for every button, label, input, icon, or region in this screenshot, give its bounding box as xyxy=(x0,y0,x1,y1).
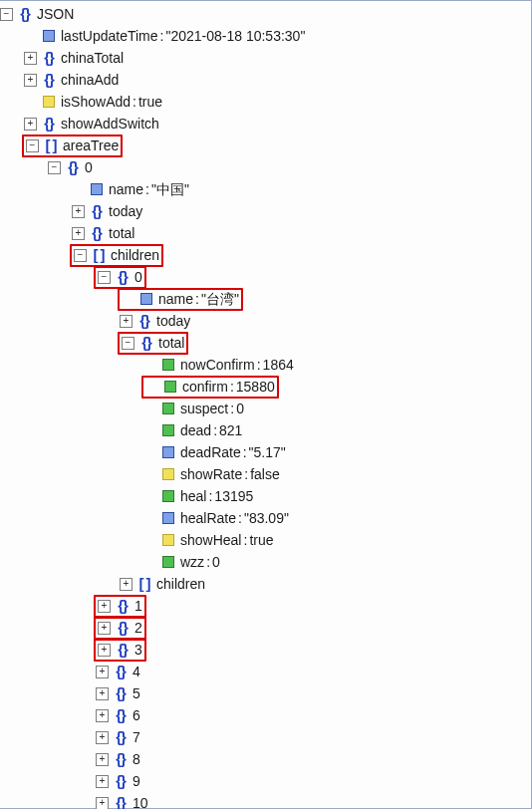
node-dead[interactable]: − dead : 821 xyxy=(0,419,531,441)
node-label: total xyxy=(109,222,134,244)
value-icon xyxy=(41,30,57,42)
minus-icon[interactable]: − xyxy=(122,337,134,350)
plus-icon[interactable]: + xyxy=(98,644,111,657)
node-children-nested[interactable]: + [ ] children xyxy=(0,573,531,595)
value-icon xyxy=(160,359,176,371)
node-wzz[interactable]: − wzz : 0 xyxy=(0,551,531,573)
plus-icon[interactable]: + xyxy=(96,775,109,788)
node-areatree-0[interactable]: − {} 0 xyxy=(0,156,531,178)
node-children-0[interactable]: − {} 0 xyxy=(0,266,531,288)
node-areatree[interactable]: − [ ] areaTree xyxy=(0,135,531,156)
node-heal[interactable]: − heal : 13195 xyxy=(0,485,531,507)
node-key: isShowAdd xyxy=(61,91,131,113)
object-icon: {} xyxy=(113,748,129,770)
node-showaddswitch[interactable]: + {} showAddSwitch xyxy=(0,113,531,135)
node-label: 2 xyxy=(134,617,142,639)
node-label: JSON xyxy=(37,3,74,25)
highlight-box: + {} 3 xyxy=(94,639,146,662)
plus-icon[interactable]: + xyxy=(72,205,85,218)
node-label: chinaTotal xyxy=(61,47,124,69)
value-icon xyxy=(160,512,176,524)
node-children-7[interactable]: + {} 7 xyxy=(0,726,531,748)
node-value: 13195 xyxy=(214,485,253,507)
node-nowconfirm[interactable]: − nowConfirm : 1864 xyxy=(0,354,531,376)
node-total[interactable]: + {} total xyxy=(0,222,531,244)
node-name-taiwan[interactable]: − name : "台湾" xyxy=(0,288,531,310)
colon: : xyxy=(193,288,201,310)
node-children-9[interactable]: + {} 9 xyxy=(0,770,531,792)
node-children-4[interactable]: + {} 4 xyxy=(0,661,531,682)
node-name-china[interactable]: − name : "中国" xyxy=(0,178,531,200)
node-chinaadd[interactable]: + {} chinaAdd xyxy=(0,69,531,91)
minus-icon[interactable]: − xyxy=(74,249,87,262)
plus-icon[interactable]: + xyxy=(96,687,109,700)
colon: : xyxy=(255,354,263,376)
node-label: 3 xyxy=(134,639,142,661)
node-suspect[interactable]: − suspect : 0 xyxy=(0,398,531,419)
plus-icon[interactable]: + xyxy=(98,622,111,635)
node-healrate[interactable]: − healRate : "83.09" xyxy=(0,507,531,529)
node-chinatotal[interactable]: + {} chinaTotal xyxy=(0,47,531,69)
colon: : xyxy=(158,25,166,47)
node-children-10[interactable]: + {} 10 xyxy=(0,792,531,809)
minus-icon[interactable]: − xyxy=(0,8,13,21)
plus-icon[interactable]: + xyxy=(96,797,109,810)
node-children-1[interactable]: + {} 1 xyxy=(0,595,531,617)
node-value: 821 xyxy=(219,419,242,441)
node-children-8[interactable]: + {} 8 xyxy=(0,748,531,770)
node-total-2[interactable]: − {} total xyxy=(0,332,531,354)
node-lastupdatetime[interactable]: − lastUpdateTime : "2021-08-18 10:53:30" xyxy=(0,25,531,47)
minus-icon[interactable]: − xyxy=(26,139,39,152)
colon: : xyxy=(131,91,138,113)
plus-icon[interactable]: + xyxy=(96,709,109,722)
node-children[interactable]: − [ ] children xyxy=(0,244,531,266)
node-label: 10 xyxy=(133,792,148,809)
node-key: heal xyxy=(180,485,206,507)
plus-icon[interactable]: + xyxy=(96,731,109,744)
node-key: showHeal xyxy=(180,529,241,551)
node-key: confirm xyxy=(182,376,228,398)
node-children-2[interactable]: + {} 2 xyxy=(0,617,531,639)
highlight-box: − {} 0 xyxy=(94,266,146,289)
plus-icon[interactable]: + xyxy=(24,118,37,131)
node-value: true xyxy=(249,529,273,551)
plus-icon[interactable]: + xyxy=(72,227,85,240)
node-today-2[interactable]: + {} today xyxy=(0,310,531,332)
node-label: 0 xyxy=(85,156,93,178)
node-json[interactable]: − {} JSON xyxy=(0,3,531,25)
plus-icon[interactable]: + xyxy=(120,315,133,328)
minus-icon[interactable]: − xyxy=(48,161,61,174)
node-deadrate[interactable]: − deadRate : "5.17" xyxy=(0,441,531,463)
node-key: name xyxy=(109,178,143,200)
object-icon: {} xyxy=(115,617,131,639)
object-icon: {} xyxy=(113,661,129,682)
node-children-6[interactable]: + {} 6 xyxy=(0,704,531,726)
node-today[interactable]: + {} today xyxy=(0,200,531,222)
object-icon: {} xyxy=(115,595,131,617)
node-showrate[interactable]: − showRate : false xyxy=(0,463,531,485)
node-confirm[interactable]: − confirm : 15880 xyxy=(0,376,531,398)
plus-icon[interactable]: + xyxy=(24,52,37,65)
highlight-box: − confirm : 15880 xyxy=(141,376,279,399)
minus-icon[interactable]: − xyxy=(98,271,111,284)
node-label: total xyxy=(158,332,184,354)
node-children-5[interactable]: + {} 5 xyxy=(0,682,531,704)
json-tree-viewer: { "root": { "label": "JSON", "lastUpdate… xyxy=(0,0,532,809)
plus-icon[interactable]: + xyxy=(24,74,37,87)
object-icon: {} xyxy=(113,682,129,704)
node-value: 15880 xyxy=(236,376,275,398)
node-showheal[interactable]: − showHeal : true xyxy=(0,529,531,551)
value-icon xyxy=(160,446,176,458)
plus-icon[interactable]: + xyxy=(96,666,109,678)
colon: : xyxy=(241,529,249,551)
colon: : xyxy=(143,178,151,200)
plus-icon[interactable]: + xyxy=(120,578,133,591)
node-children-3[interactable]: + {} 3 xyxy=(0,639,531,661)
node-key: wzz xyxy=(180,551,204,573)
plus-icon[interactable]: + xyxy=(98,600,111,613)
object-icon: {} xyxy=(113,792,129,809)
node-value: "台湾" xyxy=(201,288,239,310)
plus-icon[interactable]: + xyxy=(96,753,109,766)
node-key: lastUpdateTime xyxy=(61,25,158,47)
node-isshowadd[interactable]: − isShowAdd : true xyxy=(0,91,531,113)
